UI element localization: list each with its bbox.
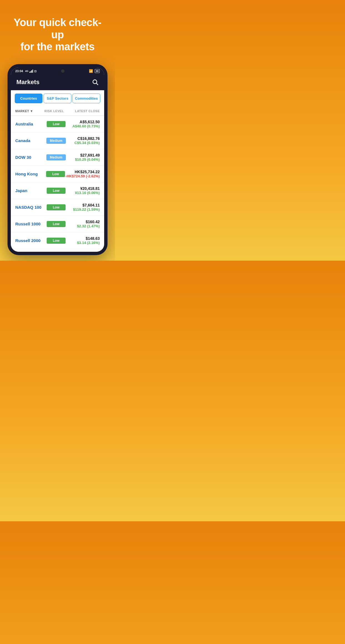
price-column: HK$25,734.22 -HK$724.59 (-2.62%): [65, 170, 100, 178]
price-main: $160.42: [66, 220, 100, 224]
tab-sp-sectors[interactable]: S&P Sectors: [44, 94, 71, 103]
market-row[interactable]: Hong Kong Low HK$25,734.22 -HK$724.59 (-…: [11, 166, 104, 182]
app-header: Markets: [11, 75, 104, 90]
phone-screen: 23:04 4G ⊡ 📶 88 Markets: [11, 67, 104, 252]
risk-badge: Medium: [46, 154, 66, 160]
search-button[interactable]: [92, 79, 99, 85]
network-indicator: 4G: [25, 70, 28, 72]
hero-text: Your quick check-up for the markets: [0, 0, 115, 64]
tabs-container: Countries S&P Sectors Commodities: [11, 90, 104, 107]
price-main: ¥20,418.81: [66, 186, 100, 191]
risk-badge: Low: [47, 221, 66, 227]
price-main: $7,604.11: [66, 203, 100, 207]
app-title: Markets: [16, 79, 39, 86]
sort-arrow-icon: ▼: [30, 109, 33, 113]
extra-icon: ⊡: [34, 70, 36, 73]
market-name: Russell 1000: [15, 222, 46, 226]
status-right: 📶 88: [89, 69, 100, 73]
market-row[interactable]: Russell 2000 Low $148.63 $3.14 (2.16%): [11, 232, 104, 249]
market-name: Japan: [15, 188, 46, 193]
price-change: $119.22 (1.59%): [66, 207, 100, 212]
tab-countries[interactable]: Countries: [15, 94, 42, 103]
price-change: C$5.34 (0.03%): [66, 141, 100, 145]
bottom-space: [11, 249, 104, 252]
price-main: C$16,882.76: [66, 136, 100, 141]
price-column: A$5,612.50 A$40.60 (0.73%): [66, 120, 100, 128]
battery-indicator: 88: [95, 69, 100, 73]
price-column: C$16,882.76 C$5.34 (0.03%): [66, 136, 100, 145]
risk-badge: Low: [47, 204, 66, 210]
svg-point-0: [93, 80, 97, 84]
col-risk-header: RISK LEVEL: [33, 109, 75, 113]
risk-badge: Low: [47, 188, 66, 194]
risk-badge: Low: [47, 238, 66, 244]
col-close-header: LATEST CLOSE: [75, 109, 100, 113]
camera-notch: [61, 69, 64, 73]
market-rows-container: Australia Low A$5,612.50 A$40.60 (0.73%)…: [11, 116, 104, 249]
tab-commodities[interactable]: Commodities: [72, 94, 100, 103]
market-name: Hong Kong: [15, 172, 46, 176]
price-change: $3.14 (2.16%): [66, 241, 100, 245]
market-row[interactable]: DOW 30 Medium $27,691.49 $10.25 (0.04%): [11, 149, 104, 166]
price-main: $148.63: [66, 236, 100, 241]
price-change: -HK$724.59 (-2.62%): [65, 174, 100, 178]
risk-badge: Low: [47, 121, 66, 127]
risk-badge: Medium: [46, 138, 66, 144]
market-row[interactable]: Russell 1000 Low $160.42 $2.32 (1.47%): [11, 216, 104, 232]
market-name: DOW 30: [15, 155, 46, 160]
market-row[interactable]: Australia Low A$5,612.50 A$40.60 (0.73%): [11, 116, 104, 132]
price-main: $27,691.49: [66, 153, 100, 157]
price-change: $2.32 (1.47%): [66, 224, 100, 228]
price-column: $7,604.11 $119.22 (1.59%): [66, 203, 100, 212]
market-name: Australia: [15, 122, 46, 126]
price-column: $160.42 $2.32 (1.47%): [66, 220, 100, 228]
price-change: ¥13.16 (0.06%): [66, 191, 100, 195]
market-name: Russell 2000: [15, 238, 46, 243]
status-bar: 23:04 4G ⊡ 📶 88: [11, 67, 104, 75]
wifi-icon: 📶: [89, 69, 93, 73]
signal-bars: [29, 69, 33, 73]
price-column: ¥20,418.81 ¥13.16 (0.06%): [66, 186, 100, 195]
table-header: MARKET ▼ RISK LEVEL LATEST CLOSE: [11, 107, 104, 116]
market-row[interactable]: NASDAQ 100 Low $7,604.11 $119.22 (1.59%): [11, 199, 104, 216]
col-market-header: MARKET ▼: [15, 109, 33, 113]
price-column: $27,691.49 $10.25 (0.04%): [66, 153, 100, 162]
time-display: 23:04: [15, 69, 23, 73]
phone-mockup: 23:04 4G ⊡ 📶 88 Markets: [8, 64, 108, 255]
market-name: NASDAQ 100: [15, 205, 46, 210]
market-row[interactable]: Canada Medium C$16,882.76 C$5.34 (0.03%): [11, 132, 104, 149]
svg-line-1: [96, 83, 98, 85]
market-row[interactable]: Japan Low ¥20,418.81 ¥13.16 (0.06%): [11, 182, 104, 199]
price-change: $10.25 (0.04%): [66, 157, 100, 162]
search-icon: [92, 79, 99, 85]
risk-badge: Low: [46, 171, 65, 177]
status-left: 23:04 4G ⊡: [15, 69, 36, 73]
price-main: A$5,612.50: [66, 120, 100, 124]
price-main: HK$25,734.22: [65, 170, 100, 174]
price-change: A$40.60 (0.73%): [66, 124, 100, 128]
market-name: Canada: [15, 138, 46, 143]
price-column: $148.63 $3.14 (2.16%): [66, 236, 100, 245]
